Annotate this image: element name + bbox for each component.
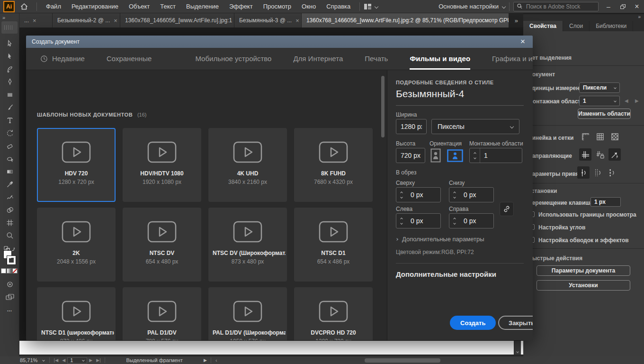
prev-artboard-icon[interactable]: ◀: [62, 358, 65, 363]
canvas-vertical-scrollbar[interactable]: [514, 341, 521, 355]
next-artboard-icon[interactable]: ▶: [635, 98, 639, 103]
tab-film-video[interactable]: Фильмы и видео: [410, 48, 470, 70]
eraser-tool[interactable]: [0, 139, 19, 152]
scroll-down-icon[interactable]: [516, 350, 519, 353]
color-swatch[interactable]: [1, 268, 6, 273]
document-tab[interactable]: Безымянный-3 @ ... ×: [234, 13, 302, 27]
paintbrush-tool[interactable]: [0, 101, 19, 114]
smart-guides-icon[interactable]: [608, 148, 621, 161]
next-artboard-icon[interactable]: ▶: [89, 358, 92, 363]
stepper-down-icon[interactable]: [400, 196, 403, 199]
template-card-ntscd1[interactable]: NTSC D1 654 x 486 px: [294, 208, 373, 282]
width-input[interactable]: [396, 119, 427, 134]
template-card-ntscdv-wide[interactable]: NTSC DV (Широкоформат... 873 x 480 px: [208, 208, 287, 282]
tab-saved[interactable]: Сохраненные: [107, 48, 152, 70]
templates-scrollbar[interactable]: [381, 76, 385, 137]
grid-icon[interactable]: [594, 130, 606, 143]
transparency-grid-icon[interactable]: [608, 130, 621, 143]
dialog-titlebar[interactable]: Создать документ ×: [26, 36, 533, 48]
menu-select[interactable]: Выделение: [186, 3, 219, 10]
stepper-up-icon[interactable]: [400, 218, 403, 220]
advanced-options-toggle[interactable]: Дополнительные параметры: [396, 236, 484, 243]
menu-file[interactable]: Файл: [46, 3, 61, 10]
bleed-top-stepper[interactable]: 0 px: [396, 187, 441, 202]
template-card-2k[interactable]: 2K 2048 x 1556 px: [37, 208, 116, 282]
last-artboard-icon[interactable]: ▶|: [96, 358, 101, 363]
tab-properties[interactable]: Свойства: [523, 21, 563, 31]
template-card-dvcpro[interactable]: DVCPRO HD 720 1280 x 720 px: [294, 287, 373, 340]
tab-web[interactable]: Для Интернета: [293, 48, 343, 70]
document-tab[interactable]: Безымянный-2 @ ... ×: [53, 13, 120, 27]
close-tab-icon[interactable]: ×: [295, 17, 299, 24]
menu-type[interactable]: Текст: [160, 3, 176, 10]
menu-edit[interactable]: Редактирование: [72, 3, 118, 10]
status-play-icon[interactable]: ▶: [204, 358, 207, 363]
stepper-down-icon[interactable]: [453, 222, 456, 225]
stepper-up-icon[interactable]: [453, 218, 456, 220]
gradient-tool[interactable]: [0, 165, 19, 178]
tab-art-illustration[interactable]: Графика и иллюстрации: [492, 48, 533, 70]
pen-tool[interactable]: [0, 75, 19, 88]
bleed-bottom-stepper[interactable]: 0 px: [449, 187, 494, 202]
snap-to-pixel-icon[interactable]: [606, 166, 618, 179]
direct-selection-tool[interactable]: [0, 50, 19, 63]
home-icon[interactable]: [20, 3, 28, 10]
edit-artboards-button[interactable]: Изменить области: [578, 109, 631, 119]
stepper-down-icon[interactable]: [400, 222, 403, 225]
template-card-hdv1080[interactable]: HDV/HDTV 1080 1920 x 1080 px: [123, 128, 201, 202]
first-artboard-icon[interactable]: |◀: [54, 358, 58, 363]
close-tab-icon[interactable]: ×: [114, 17, 117, 24]
zoom-tool[interactable]: [0, 229, 19, 242]
rotate-tool[interactable]: [0, 127, 19, 139]
menu-object[interactable]: Объект: [129, 3, 150, 10]
symbol-sprayer-tool[interactable]: [0, 191, 19, 203]
curvature-tool[interactable]: [0, 63, 19, 75]
create-button[interactable]: Создать: [450, 316, 496, 330]
keyboard-increment-input[interactable]: [590, 197, 621, 207]
dialog-close-icon[interactable]: ×: [517, 36, 529, 48]
restore-button[interactable]: [616, 0, 630, 13]
document-setup-button[interactable]: Параметры документа: [537, 265, 630, 276]
artboard-navigation-box[interactable]: [67, 357, 87, 364]
stepper-up-icon[interactable]: [453, 191, 456, 194]
tab-print[interactable]: Печать: [365, 48, 388, 70]
show-guides-icon[interactable]: [579, 148, 591, 161]
tab-recent[interactable]: Недавние: [40, 48, 85, 70]
link-bleed-values-button[interactable]: [500, 202, 514, 216]
shaper-tool[interactable]: [0, 152, 19, 165]
close-tab-icon[interactable]: ×: [33, 17, 36, 24]
preferences-button[interactable]: Установки: [537, 280, 630, 291]
height-input[interactable]: [396, 148, 425, 163]
bleed-right-stepper[interactable]: 0 px: [449, 213, 494, 228]
snap-to-point-icon[interactable]: [577, 166, 590, 179]
template-card-4kuhd[interactable]: 4K UHD 3840 x 2160 px: [208, 128, 287, 202]
menu-help[interactable]: Справка: [326, 3, 350, 10]
document-tab[interactable]: 1360x768_1466056_[www.ArtFile.ru].jpg:1 …: [120, 13, 234, 27]
stroke-color-swatch[interactable]: [7, 256, 16, 264]
lock-guides-icon[interactable]: [594, 148, 606, 161]
menu-view[interactable]: Просмотр: [263, 3, 291, 10]
artboard-image[interactable]: [19, 341, 523, 355]
orientation-landscape-icon[interactable]: [447, 149, 463, 162]
close-window-button[interactable]: ×: [630, 0, 644, 13]
units-dropdown[interactable]: Пикселы: [431, 119, 519, 134]
stepper-up-icon[interactable]: [400, 191, 403, 194]
document-tab[interactable]: ... ×: [19, 13, 53, 27]
menu-window[interactable]: Окно: [302, 3, 316, 10]
rectangle-tool[interactable]: [0, 88, 19, 101]
horizontal-scrollbar-thumb[interactable]: [365, 358, 440, 363]
panel-overflow-icon[interactable]: »: [523, 14, 644, 21]
document-name-field[interactable]: Безымянный-4: [396, 88, 464, 100]
menu-effect[interactable]: Эффект: [229, 3, 253, 10]
zoom-dropdown-icon[interactable]: [42, 359, 45, 362]
selection-tool[interactable]: [0, 37, 19, 50]
workspace-switcher[interactable]: Основные настройки: [438, 3, 505, 10]
template-card-hdv720[interactable]: HDV 720 1280 x 720 px: [37, 128, 116, 202]
search-input[interactable]: [525, 3, 595, 10]
status-indicator[interactable]: Выделенный фрагмент: [109, 357, 199, 363]
template-card-ntscd1-wide[interactable]: NTSC D1 (широкоформатн... 873 x 486 px: [37, 287, 116, 340]
template-card-8kfuhd[interactable]: 8K FUHD 7680 x 4320 px: [294, 128, 373, 202]
artboard-tool[interactable]: [0, 216, 19, 229]
tab-overflow-button[interactable]: »: [509, 13, 523, 27]
tab-mobile[interactable]: Мобильное устройство: [195, 48, 271, 70]
